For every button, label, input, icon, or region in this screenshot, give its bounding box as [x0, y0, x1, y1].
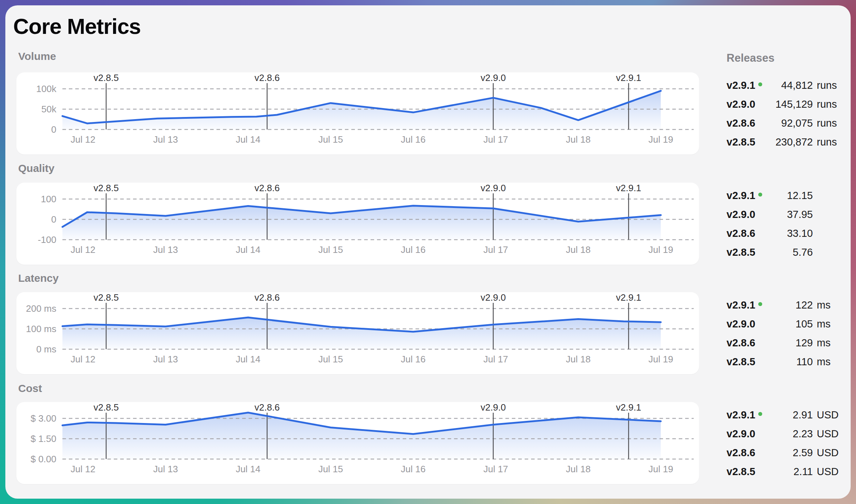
dashboard: Core Metrics Releases Volume050k100kJul … — [5, 5, 851, 499]
x-axis-label: Jul 17 — [483, 244, 508, 255]
release-version: v2.9.1 — [727, 80, 769, 91]
release-version-text: v2.8.6 — [727, 228, 755, 239]
release-version: v2.9.1 — [727, 190, 769, 202]
release-value: 105 — [769, 318, 813, 330]
active-release-dot-icon — [758, 193, 762, 197]
release-version-text: v2.8.5 — [727, 136, 755, 148]
y-axis-label: 100 ms — [26, 324, 56, 334]
release-marker-label: v2.8.5 — [93, 183, 119, 193]
release-marker-label: v2.9.0 — [480, 292, 506, 303]
chart-card-volume[interactable]: 050k100kJul 12Jul 13Jul 14Jul 15Jul 16Ju… — [16, 72, 699, 154]
release-marker-label: v2.9.1 — [616, 402, 641, 413]
y-axis-label: 100 — [41, 194, 56, 204]
chart-svg-latency[interactable]: 0 ms100 ms200 msJul 12Jul 13Jul 14Jul 15… — [16, 292, 699, 374]
release-version: v2.8.6 — [727, 447, 769, 459]
release-value: 37.95 — [769, 209, 813, 220]
y-axis-label: $ 3.00 — [31, 413, 56, 424]
release-version: v2.8.5 — [727, 466, 769, 478]
release-version-text: v2.9.1 — [727, 190, 755, 202]
release-value: 33.10 — [769, 228, 813, 239]
chart-svg-volume[interactable]: 050k100kJul 12Jul 13Jul 14Jul 15Jul 16Ju… — [16, 72, 699, 154]
release-row: v2.9.12.91USD — [727, 406, 841, 424]
release-row: v2.8.6129ms — [727, 334, 841, 352]
release-marker-label: v2.9.0 — [480, 183, 506, 193]
release-unit: USD — [813, 428, 841, 440]
x-axis-label: Jul 14 — [236, 134, 260, 145]
x-axis-label: Jul 19 — [648, 134, 673, 145]
section-label-quality: Quality — [18, 162, 55, 174]
release-unit: runs — [813, 136, 841, 148]
release-version-text: v2.8.5 — [727, 246, 755, 258]
release-marker-label: v2.8.6 — [254, 402, 280, 413]
release-group-latency: v2.9.1122msv2.9.0105msv2.8.6129msv2.8.51… — [727, 296, 841, 371]
release-row: v2.9.037.95 — [727, 205, 841, 224]
active-release-dot-icon — [758, 302, 762, 306]
release-row: v2.8.55.76 — [727, 243, 841, 262]
release-unit: runs — [813, 98, 841, 110]
x-axis-label: Jul 13 — [153, 354, 178, 365]
release-version: v2.9.1 — [727, 299, 769, 311]
chart-svg-quality[interactable]: -1000100Jul 12Jul 13Jul 14Jul 15Jul 16Ju… — [16, 183, 699, 265]
release-marker-label: v2.9.0 — [480, 72, 506, 83]
x-axis-label: Jul 19 — [648, 244, 673, 255]
y-axis-label: $ 0.00 — [31, 454, 56, 464]
release-version-text: v2.8.5 — [727, 466, 755, 478]
release-unit: runs — [813, 80, 841, 91]
release-version: v2.8.5 — [727, 356, 769, 368]
release-version: v2.8.5 — [727, 136, 769, 148]
release-row: v2.9.0145,129runs — [727, 95, 841, 114]
section-label-cost: Cost — [18, 382, 42, 394]
y-axis-label: 0 — [51, 214, 56, 225]
releases-header: Releases — [727, 52, 774, 65]
x-axis-label: Jul 15 — [318, 134, 343, 145]
active-release-dot-icon — [758, 82, 762, 86]
release-version: v2.8.6 — [727, 337, 769, 349]
release-unit: ms — [813, 356, 841, 368]
release-version: v2.8.6 — [727, 117, 769, 129]
release-version: v2.8.6 — [727, 228, 769, 239]
x-axis-label: Jul 13 — [153, 134, 178, 145]
release-value: 12.15 — [769, 190, 813, 202]
x-axis-label: Jul 19 — [648, 354, 673, 365]
release-value: 110 — [769, 356, 813, 368]
release-version-text: v2.8.6 — [727, 337, 755, 349]
x-axis-label: Jul 16 — [401, 244, 426, 255]
chart-card-quality[interactable]: -1000100Jul 12Jul 13Jul 14Jul 15Jul 16Ju… — [16, 183, 699, 265]
release-marker-label: v2.9.1 — [616, 72, 641, 83]
release-unit: USD — [813, 466, 841, 478]
release-version-text: v2.9.1 — [727, 299, 755, 311]
release-value: 5.76 — [769, 246, 813, 258]
x-axis-label: Jul 12 — [71, 354, 95, 365]
chart-svg-cost[interactable]: $ 0.00$ 1.50$ 3.00Jul 12Jul 13Jul 14Jul … — [16, 402, 699, 484]
release-marker-label: v2.9.1 — [616, 292, 641, 303]
x-axis-label: Jul 17 — [483, 134, 508, 145]
release-row: v2.8.52.11USD — [727, 462, 841, 481]
chart-card-cost[interactable]: $ 0.00$ 1.50$ 3.00Jul 12Jul 13Jul 14Jul … — [16, 402, 699, 484]
release-row: v2.9.02.23USD — [727, 424, 841, 443]
chart-card-latency[interactable]: 0 ms100 ms200 msJul 12Jul 13Jul 14Jul 15… — [16, 292, 699, 374]
release-value: 2.23 — [769, 428, 813, 440]
y-axis-label: 100k — [36, 83, 57, 94]
release-version: v2.9.0 — [727, 318, 769, 330]
release-row: v2.9.0105ms — [727, 315, 841, 334]
release-version-text: v2.9.0 — [727, 318, 755, 330]
release-value: 122 — [769, 299, 813, 311]
release-row: v2.8.5230,872runs — [727, 133, 841, 152]
release-marker-label: v2.8.6 — [254, 72, 280, 83]
x-axis-label: Jul 12 — [71, 244, 95, 255]
x-axis-label: Jul 13 — [153, 464, 178, 474]
x-axis-label: Jul 18 — [566, 464, 591, 474]
page-title: Core Metrics — [13, 14, 141, 39]
y-axis-label: 0 ms — [36, 344, 56, 355]
release-unit: ms — [813, 318, 841, 330]
release-version-text: v2.8.6 — [727, 117, 755, 129]
x-axis-label: Jul 16 — [401, 354, 426, 365]
area-fill — [62, 91, 661, 129]
release-group-quality: v2.9.112.15v2.9.037.95v2.8.633.10v2.8.55… — [727, 186, 841, 262]
release-value: 129 — [769, 337, 813, 349]
x-axis-label: Jul 18 — [566, 134, 591, 145]
release-version-text: v2.8.6 — [727, 447, 755, 459]
release-unit: USD — [813, 409, 841, 421]
release-row: v2.9.112.15 — [727, 186, 841, 205]
x-axis-label: Jul 16 — [401, 134, 426, 145]
